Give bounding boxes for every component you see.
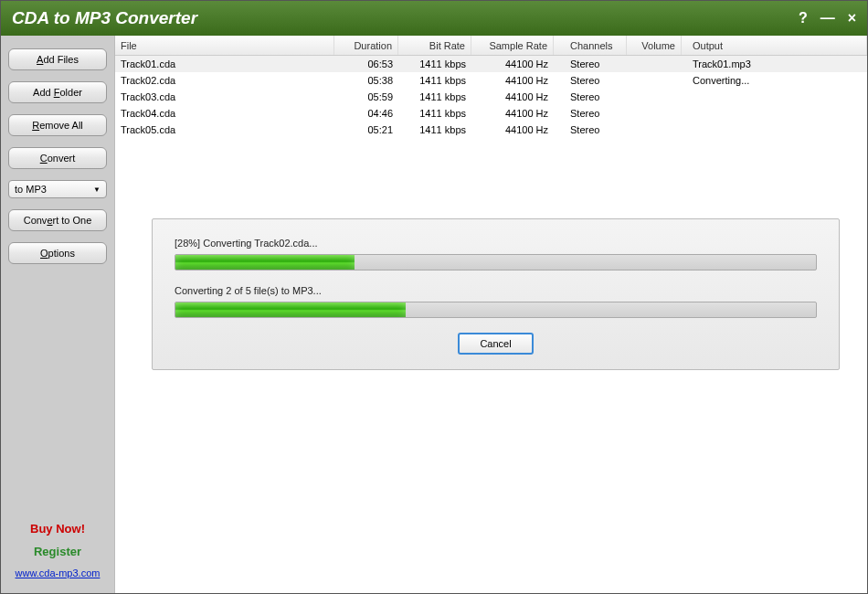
close-icon[interactable]: × — [848, 10, 856, 27]
cell-channels: Stereo — [554, 58, 627, 69]
col-output[interactable]: Output — [682, 36, 867, 55]
cell-channels: Stereo — [554, 75, 627, 86]
cell-bitrate: 1411 kbps — [398, 91, 471, 102]
add-files-button[interactable]: Add Files — [8, 48, 107, 70]
sidebar: Add Files Add Folder Remove All Convert … — [1, 36, 115, 593]
overall-progress-fill — [175, 302, 406, 317]
website-link[interactable]: www.cda-mp3.com — [16, 567, 101, 578]
cell-samplerate: 44100 Hz — [471, 124, 554, 135]
cell-file: Track02.cda — [115, 75, 334, 86]
format-select[interactable]: to MP3 ▼ — [8, 180, 107, 198]
app-title: CDA to MP3 Converter — [12, 8, 799, 28]
col-samplerate[interactable]: Sample Rate — [471, 36, 554, 55]
cell-bitrate: 1411 kbps — [398, 108, 471, 119]
cell-samplerate: 44100 Hz — [471, 75, 554, 86]
cell-channels: Stereo — [554, 124, 627, 135]
table-row[interactable]: Track04.cda04:461411 kbps44100 HzStereo — [115, 105, 867, 122]
main-area: File Duration Bit Rate Sample Rate Chann… — [115, 36, 867, 593]
table-row[interactable]: Track01.cda06:531411 kbps44100 HzStereoT… — [115, 56, 867, 72]
col-channels[interactable]: Channels — [554, 36, 627, 55]
buy-now-link[interactable]: Buy Now! — [30, 522, 85, 536]
cell-bitrate: 1411 kbps — [398, 75, 471, 86]
cell-file: Track03.cda — [115, 91, 334, 102]
chevron-down-icon: ▼ — [93, 186, 101, 194]
col-file[interactable]: File — [115, 36, 334, 55]
cell-duration: 05:21 — [334, 124, 398, 135]
cell-output: Converting... — [682, 75, 867, 86]
table-body: Track01.cda06:531411 kbps44100 HzStereoT… — [115, 56, 867, 138]
body: Add Files Add Folder Remove All Convert … — [1, 36, 867, 593]
cell-file: Track01.cda — [115, 58, 334, 69]
cell-samplerate: 44100 Hz — [471, 58, 554, 69]
col-duration[interactable]: Duration — [334, 36, 398, 55]
footer-links: Buy Now! Register www.cda-mp3.com — [8, 522, 107, 584]
cell-bitrate: 1411 kbps — [398, 58, 471, 69]
cell-duration: 05:59 — [334, 91, 398, 102]
format-select-value: to MP3 — [15, 184, 47, 195]
convert-to-one-button[interactable]: Convert to One — [8, 209, 107, 231]
sidebar-buttons: Add Files Add Folder Remove All Convert … — [8, 48, 107, 264]
cell-duration: 04:46 — [334, 108, 398, 119]
current-progress-bar — [175, 254, 817, 270]
overall-progress-bar — [175, 302, 817, 318]
help-icon[interactable]: ? — [799, 10, 808, 27]
add-folder-button[interactable]: Add Folder — [8, 81, 107, 103]
cell-output: Track01.mp3 — [682, 58, 867, 69]
remove-all-button[interactable]: Remove All — [8, 114, 107, 136]
cell-channels: Stereo — [554, 91, 627, 102]
table-row[interactable]: Track05.cda05:211411 kbps44100 HzStereo — [115, 122, 867, 138]
register-link[interactable]: Register — [34, 545, 81, 558]
table-header: File Duration Bit Rate Sample Rate Chann… — [115, 36, 867, 56]
cell-duration: 06:53 — [334, 58, 398, 69]
col-volume[interactable]: Volume — [627, 36, 682, 55]
cancel-button[interactable]: Cancel — [458, 333, 533, 355]
titlebar: CDA to MP3 Converter ? — × — [1, 1, 867, 36]
cancel-row: Cancel — [175, 333, 817, 355]
table-row[interactable]: Track02.cda05:381411 kbps44100 HzStereoC… — [115, 72, 867, 89]
progress-panel: [28%] Converting Track02.cda... Converti… — [152, 218, 840, 370]
cell-channels: Stereo — [554, 108, 627, 119]
col-bitrate[interactable]: Bit Rate — [398, 36, 471, 55]
cell-bitrate: 1411 kbps — [398, 124, 471, 135]
cell-file: Track05.cda — [115, 124, 334, 135]
convert-button[interactable]: Convert — [8, 147, 107, 169]
window-controls: ? — × — [799, 10, 856, 27]
minimize-icon[interactable]: — — [820, 10, 835, 27]
overall-progress-label: Converting 2 of 5 file(s) to MP3... — [175, 285, 817, 296]
current-progress-label: [28%] Converting Track02.cda... — [175, 238, 817, 249]
table-row[interactable]: Track03.cda05:591411 kbps44100 HzStereo — [115, 89, 867, 105]
cell-samplerate: 44100 Hz — [471, 108, 554, 119]
cell-samplerate: 44100 Hz — [471, 91, 554, 102]
cell-file: Track04.cda — [115, 108, 334, 119]
file-table: File Duration Bit Rate Sample Rate Chann… — [115, 36, 867, 138]
app-window: CDA to MP3 Converter ? — × Add Files Add… — [0, 0, 868, 594]
current-progress-fill — [175, 255, 355, 270]
spacer — [8, 264, 107, 522]
options-button[interactable]: Options — [8, 242, 107, 264]
cell-duration: 05:38 — [334, 75, 398, 86]
